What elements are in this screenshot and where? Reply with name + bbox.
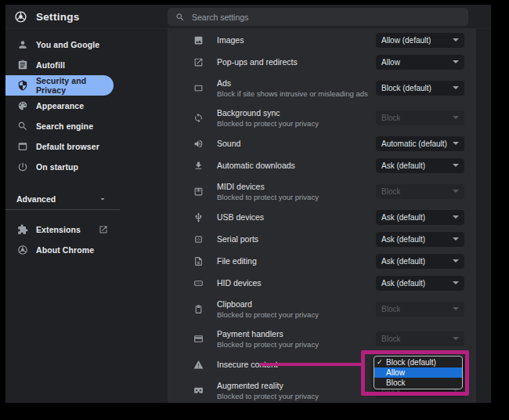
permission-label: MIDI devices bbox=[217, 182, 371, 191]
chevron-down-icon bbox=[453, 86, 459, 89]
person-icon bbox=[16, 39, 28, 51]
sidebar-item-appearance[interactable]: Appearance bbox=[5, 96, 168, 116]
sidebar-item-security-and-privacy[interactable]: Security and Privacy bbox=[5, 75, 114, 96]
permission-row-midi-devices: MIDI devices Blocked to protect your pri… bbox=[168, 176, 476, 206]
sidebar-item-on-startup[interactable]: On startup bbox=[5, 157, 168, 177]
permission-label: USB devices bbox=[217, 212, 371, 222]
permission-row-ads: Ads Block if site shows intrusive or mis… bbox=[168, 73, 476, 103]
search-icon bbox=[16, 121, 28, 132]
permission-label: Pop-ups and redirects bbox=[217, 57, 371, 67]
permission-label: File editing bbox=[217, 256, 371, 266]
chevron-down-icon bbox=[453, 307, 459, 310]
permission-row-usb-devices: USB devices Ask (default) bbox=[168, 206, 476, 228]
external-link-icon bbox=[99, 225, 108, 234]
brand: Settings bbox=[5, 10, 80, 24]
select-value: Automatic (default) bbox=[381, 139, 447, 148]
select-value: Allow (default) bbox=[381, 36, 431, 45]
search-settings-input[interactable]: Search settings bbox=[168, 8, 468, 26]
popup-redirect-icon bbox=[193, 56, 204, 67]
sidebar-item-search-engine[interactable]: Search engine bbox=[5, 116, 168, 136]
chevron-down-icon bbox=[453, 215, 459, 219]
dropdown-option-block-default[interactable]: ✓ Block (default) bbox=[374, 357, 462, 368]
permission-sublabel: Blocked to protect your privacy bbox=[217, 340, 371, 349]
sidebar-advanced-toggle[interactable]: Advanced bbox=[5, 189, 114, 209]
permission-label: Serial ports bbox=[217, 234, 371, 244]
select-serial-ports[interactable]: Ask (default) bbox=[376, 232, 464, 247]
chevron-down-icon bbox=[453, 281, 459, 284]
midi-piano-icon bbox=[193, 186, 204, 197]
sidebar-item-you-and-google[interactable]: You and Google bbox=[5, 34, 168, 55]
sidebar-divider bbox=[5, 209, 120, 210]
chevron-down-icon bbox=[453, 259, 459, 262]
palette-icon bbox=[16, 100, 28, 112]
permission-row-images: Images Allow (default) bbox=[168, 29, 476, 51]
permission-label: HID devices bbox=[217, 278, 371, 288]
permission-sublabel: Blocked to protect your privacy bbox=[217, 392, 371, 400]
permission-label: Insecure content bbox=[217, 360, 371, 369]
select-value: Block bbox=[381, 114, 400, 122]
chevron-down-icon bbox=[453, 116, 459, 119]
chevron-down-icon bbox=[98, 194, 107, 204]
permission-label: Sound bbox=[217, 139, 371, 148]
select-value: Block bbox=[381, 335, 400, 343]
chrome-logo-icon bbox=[16, 244, 28, 256]
permission-label: Augmented reality bbox=[217, 381, 371, 390]
sidebar-item-extensions[interactable]: Extensions bbox=[5, 219, 114, 240]
select-pop-ups-and-redirects[interactable]: Allow bbox=[376, 55, 464, 70]
chrome-settings-window: Settings Search settings You and Google … bbox=[5, 5, 491, 403]
select-usb-devices[interactable]: Ask (default) bbox=[376, 210, 464, 225]
file-editing-icon bbox=[193, 255, 204, 266]
browser-window-icon bbox=[16, 141, 28, 153]
vr-goggles-icon bbox=[193, 385, 204, 396]
permission-row-serial-ports: Serial ports Ask (default) bbox=[168, 228, 476, 250]
body: You and Google Autofill Security and Pri… bbox=[5, 29, 491, 403]
sidebar-item-autofill[interactable]: Autofill bbox=[5, 55, 168, 75]
permission-label: Images bbox=[217, 35, 371, 45]
sidebar: You and Google Autofill Security and Pri… bbox=[5, 29, 168, 403]
sidebar-item-default-browser[interactable]: Default browser bbox=[5, 136, 168, 157]
permission-row-insecure-content: Insecure content Block (default) ✓ Block… bbox=[168, 353, 476, 375]
permission-row-payment-handlers: Payment handlers Blocked to protect your… bbox=[168, 324, 476, 353]
chevron-down-icon bbox=[453, 38, 459, 42]
sidebar-item-about-chrome[interactable]: About Chrome bbox=[5, 240, 114, 260]
site-settings-list: Images Allow (default) Pop-ups and redir… bbox=[168, 29, 476, 403]
chevron-down-icon bbox=[453, 164, 459, 167]
permission-row-automatic-downloads: Automatic downloads Ask (default) bbox=[168, 154, 476, 176]
select-value: Block bbox=[381, 187, 400, 196]
image-icon bbox=[193, 34, 204, 45]
clipboard-icon bbox=[193, 303, 204, 314]
select-value: Block (default) bbox=[381, 84, 431, 92]
select-images[interactable]: Allow (default) bbox=[376, 33, 464, 48]
search-placeholder: Search settings bbox=[192, 13, 248, 22]
permission-label: Automatic downloads bbox=[217, 161, 371, 170]
app-header: Settings Search settings bbox=[5, 5, 491, 29]
open-dropdown-menu: ✓ Block (default) Allow Block bbox=[374, 356, 463, 389]
dropdown-option-allow[interactable]: Allow bbox=[374, 368, 462, 378]
permission-row-clipboard: Clipboard Blocked to protect your privac… bbox=[168, 294, 476, 324]
download-icon bbox=[193, 160, 204, 171]
permission-row-background-sync: Background sync Blocked to protect your … bbox=[168, 103, 476, 132]
select-clipboard: Block bbox=[376, 302, 464, 317]
select-ads[interactable]: Block (default) bbox=[376, 81, 464, 96]
select-payment-handlers: Block bbox=[376, 331, 464, 346]
chrome-logo-icon bbox=[14, 10, 27, 24]
dropdown-option-block[interactable]: Block bbox=[374, 378, 462, 388]
chevron-down-icon bbox=[453, 142, 459, 145]
payment-card-icon bbox=[193, 333, 204, 344]
select-automatic-downloads[interactable]: Ask (default) bbox=[376, 158, 464, 173]
chevron-down-icon bbox=[453, 60, 459, 63]
select-file-editing[interactable]: Ask (default) bbox=[376, 254, 464, 269]
permission-row-file-editing: File editing Ask (default) bbox=[168, 250, 476, 272]
permission-label: Background sync bbox=[217, 108, 371, 118]
select-background-sync: Block bbox=[376, 110, 464, 125]
permission-label: Payment handlers bbox=[217, 329, 371, 339]
permission-sublabel: Blocked to protect your privacy bbox=[217, 193, 371, 201]
puzzle-icon bbox=[16, 224, 28, 236]
ads-window-icon bbox=[193, 82, 204, 93]
select-sound[interactable]: Automatic (default) bbox=[376, 136, 464, 151]
select-hid-devices[interactable]: Ask (default) bbox=[376, 276, 464, 291]
usb-icon bbox=[193, 212, 204, 223]
select-value: Allow bbox=[381, 58, 400, 67]
permission-sublabel: Blocked to protect your privacy bbox=[217, 310, 371, 319]
security-shield-icon bbox=[16, 80, 28, 92]
